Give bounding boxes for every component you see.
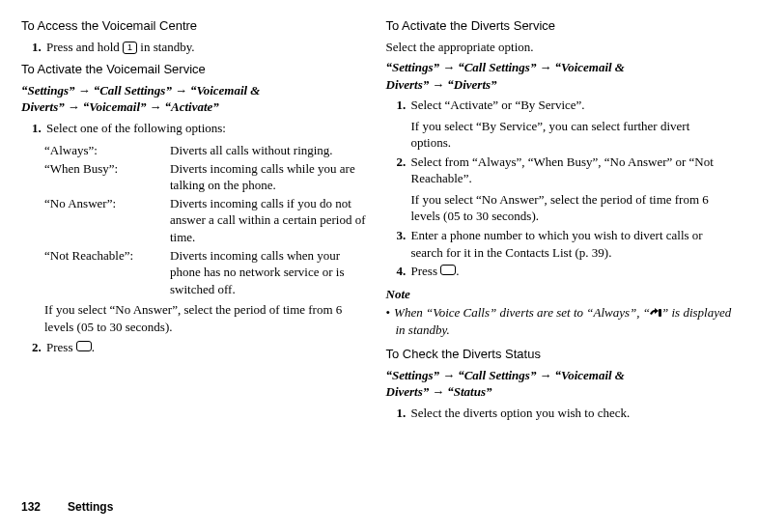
activate-voicemail-step-1: Select one of the following options: — [44, 120, 369, 137]
option-desc: Diverts all calls without ringing. — [170, 142, 369, 159]
arrow-icon: → — [75, 83, 94, 98]
voicemail-options-block: “Always”: Diverts all calls without ring… — [21, 142, 369, 297]
activate-diverts-steps: Select “Activate” or “By Service”. If yo… — [386, 97, 734, 279]
note-body: •When “Voice Calls” diverts are set to “… — [386, 304, 734, 338]
bullet-icon: • — [386, 305, 395, 320]
option-label: “Always”: — [44, 142, 170, 159]
arrow-icon: → — [536, 368, 554, 382]
option-row: “No Answer”: Diverts incoming calls if y… — [44, 195, 369, 246]
section-title-activate-voicemail: To Activate the Voicemail Service — [21, 61, 369, 78]
step-text: Press and hold — [46, 40, 123, 54]
step-text: Select one of the following options: — [46, 121, 226, 135]
step-subtext: If you select “By Service”, you can sele… — [411, 118, 734, 152]
arrow-icon: → — [147, 99, 165, 114]
section-title-voicemail-centre: To Access the Voicemail Centre — [21, 17, 369, 35]
nav-segment: “Diverts” — [447, 77, 496, 92]
activate-voicemail-steps: Select one of the following options: — [21, 120, 369, 137]
activate-diverts-step-1: Select “Activate” or “By Service”. If yo… — [409, 97, 734, 152]
option-desc: Diverts incoming calls while you are tal… — [170, 160, 369, 194]
step-text: Press — [411, 264, 441, 278]
nav-segment: “Activate” — [165, 99, 219, 114]
nav-segment: “Call Settings” — [94, 83, 172, 98]
step-subtext: If you select “No Answer”, select the pe… — [411, 191, 734, 225]
step-text: in standby. — [137, 40, 194, 54]
nav-segment: “Call Settings” — [458, 60, 536, 74]
nav-path-check-diverts: “Settings”→“Call Settings”→“Voicemail & … — [386, 367, 734, 401]
step-text: . — [456, 264, 459, 278]
nav-segment: “Settings” — [21, 83, 75, 98]
arrow-icon: → — [65, 99, 83, 114]
arrow-icon: → — [429, 77, 447, 92]
step-text: Enter a phone number to which you wish t… — [411, 228, 703, 260]
select-option-text: Select the appropriate option. — [386, 39, 734, 56]
option-desc: Diverts incoming calls if you do not ans… — [170, 195, 369, 246]
step-text: . — [92, 340, 95, 354]
arrow-icon: → — [439, 368, 458, 382]
activate-diverts-step-2: Select from “Always”, “When Busy”, “No A… — [409, 154, 734, 225]
option-label: “No Answer”: — [44, 195, 170, 246]
section-title-activate-diverts: To Activate the Diverts Service — [386, 17, 734, 35]
voicemail-centre-steps: Press and hold 1 in standby. — [21, 39, 369, 56]
activate-voicemail-step-2: Press . — [44, 339, 369, 356]
option-label: “When Busy”: — [44, 160, 170, 194]
nav-segment: “Status” — [447, 384, 491, 399]
no-answer-subnote: If you select “No Answer”, select the pe… — [21, 301, 369, 335]
step-text: Select the diverts option you wish to ch… — [411, 406, 631, 420]
page-columns: To Access the Voicemail Centre Press and… — [0, 0, 758, 427]
note-heading: Note — [386, 286, 734, 303]
step-text: Select from “Always”, “When Busy”, “No A… — [411, 154, 714, 186]
option-row: “Not Reachable”: Diverts incoming calls … — [44, 247, 369, 298]
option-row: “Always”: Diverts all calls without ring… — [44, 142, 369, 159]
step-text: Press — [46, 340, 76, 354]
option-desc: Diverts incoming calls when your phone h… — [170, 247, 369, 298]
arrow-icon: → — [172, 83, 190, 98]
right-column: To Activate the Diverts Service Select t… — [386, 17, 734, 427]
arrow-icon: → — [439, 60, 458, 74]
footer-label: Settings — [68, 500, 113, 514]
activate-diverts-step-4: Press . — [409, 263, 734, 280]
soft-key-icon — [76, 341, 92, 351]
key-1-icon: 1 — [123, 42, 137, 54]
nav-segment: “Call Settings” — [458, 368, 536, 382]
arrow-icon: → — [429, 384, 447, 399]
divert-icon — [650, 308, 661, 318]
section-title-check-diverts: To Check the Diverts Status — [386, 346, 734, 363]
note-text: When “Voice Calls” diverts are set to “A… — [394, 305, 650, 320]
left-column: To Access the Voicemail Centre Press and… — [21, 17, 369, 427]
page-number: 132 — [21, 500, 41, 514]
option-row: “When Busy”: Diverts incoming calls whil… — [44, 160, 369, 194]
voicemail-centre-step-1: Press and hold 1 in standby. — [44, 39, 369, 56]
nav-segment: “Settings” — [386, 60, 440, 74]
nav-path-activate-diverts: “Settings”→“Call Settings”→“Voicemail & … — [386, 59, 734, 93]
arrow-icon: → — [536, 60, 554, 74]
page-footer: 132Settings — [21, 499, 113, 515]
activate-diverts-step-3: Enter a phone number to which you wish t… — [409, 227, 734, 261]
step-text: Select “Activate” or “By Service”. — [411, 98, 585, 112]
check-diverts-step-1: Select the diverts option you wish to ch… — [409, 405, 734, 422]
activate-voicemail-steps-2: Press . — [21, 339, 369, 356]
nav-path-activate-voicemail: “Settings”→“Call Settings”→“Voicemail & … — [21, 82, 369, 116]
nav-segment: “Settings” — [386, 368, 440, 382]
nav-segment: “Voicemail” — [83, 99, 147, 114]
soft-key-icon — [440, 265, 456, 275]
option-label: “Not Reachable”: — [44, 247, 170, 298]
check-diverts-steps: Select the diverts option you wish to ch… — [386, 405, 734, 422]
